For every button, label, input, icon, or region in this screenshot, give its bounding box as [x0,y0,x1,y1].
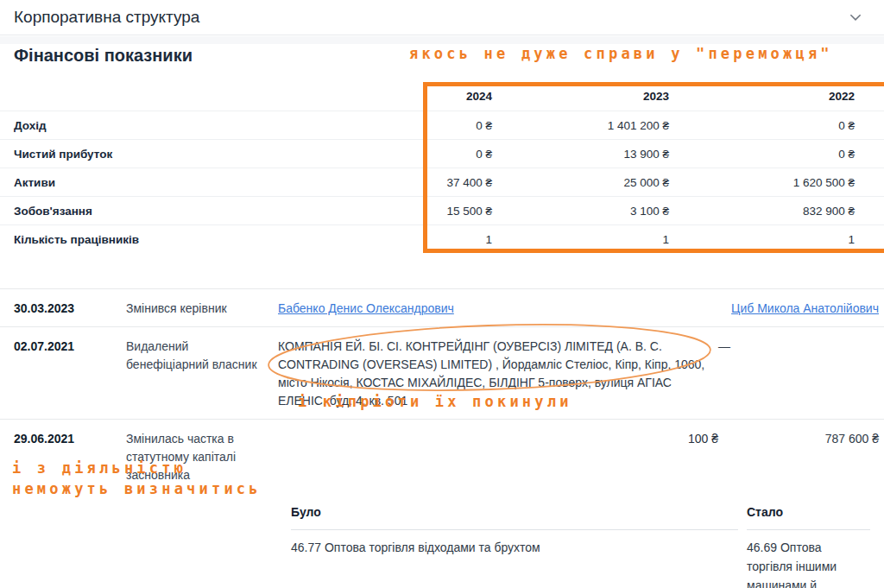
change-type: Змінилась частка в статутному капіталі з… [126,430,278,484]
table-row-assets: Активи 37 400 ₴ 25 000 ₴ 1 620 500 ₴ [0,168,884,196]
table-row-change-director: 30.03.2023 Змінився керівник Бабенко Ден… [0,288,884,326]
change-previous-value: Циб Микола Анатолійович [718,300,879,318]
change-previous-value: — [718,338,879,410]
table-row-income: Дохід 0 ₴ 1 401 200 ₴ 0 ₴ [0,111,884,139]
person-link-new-director[interactable]: Бабенко Денис Олександрович [278,301,454,315]
changes-history-table: 30.03.2023 Змінився керівник Бабенко Ден… [0,288,884,588]
change-date: 02.07.2021 [14,338,126,410]
financials-table: 2024 2023 2022 Дохід 0 ₴ 1 401 200 ₴ 0 ₴… [0,82,884,253]
change-date: 30.03.2023 [14,300,126,318]
share-was-value: 100 ₴ [278,430,718,484]
change-type: Змінився керівник [126,300,278,318]
financials-header-row: 2024 2023 2022 [0,82,884,111]
change-date: 29.06.2021 [14,430,126,484]
annotation-text-top: якось не дуже справи у "переможця" [409,45,833,62]
beneficiary-company-text: КОМПАНІЯ ЕЙ. БІ. СІ. КОНТРЕЙДІНГ (ОУВЕРС… [278,338,718,410]
table-row-net-profit: Чистий прибуток 0 ₴ 13 900 ₴ 0 ₴ [0,139,884,168]
was-column-header: Було [291,503,738,530]
section-divider-band [0,36,884,44]
table-row-removed-beneficiary: 02.07.2021 Видалений бенефіціарний власн… [0,326,884,419]
chevron-down-icon[interactable] [848,9,863,25]
page-title: Корпоративна структура [14,8,199,27]
table-row-share-capital-change: 29.06.2021 Змінилась частка в статутному… [0,419,884,588]
person-link-old-director[interactable]: Циб Микола Анатолійович [731,301,879,315]
kved-became-value: 46.69 Оптова торгівля іншими машинами й … [747,530,870,588]
financials-section-title: Фінансові показники [14,46,193,66]
section-header-corporate-structure: Корпоративна структура [0,0,884,35]
table-row-liabilities: Зобов'язання 15 500 ₴ 3 100 ₴ 832 900 ₴ [0,196,884,224]
share-became-value: 787 600 ₴ [718,430,879,484]
change-content: Бабенко Денис Олександрович [278,300,718,318]
kved-was-value: 46.77 Оптова торгівля відходами та брухт… [291,530,738,588]
was-became-subtable: Було Стало 46.77 Оптова торгівля відхода… [291,503,870,588]
year-column-header: 2022 [669,90,855,103]
became-column-header: Стало [747,503,870,530]
change-type: Видалений бенефіціарний власник [126,338,278,410]
year-column-header: 2023 [492,90,669,103]
year-column-header: 2024 [388,90,492,103]
table-row-employees: Кількість працівників 1 1 1 [0,224,884,253]
